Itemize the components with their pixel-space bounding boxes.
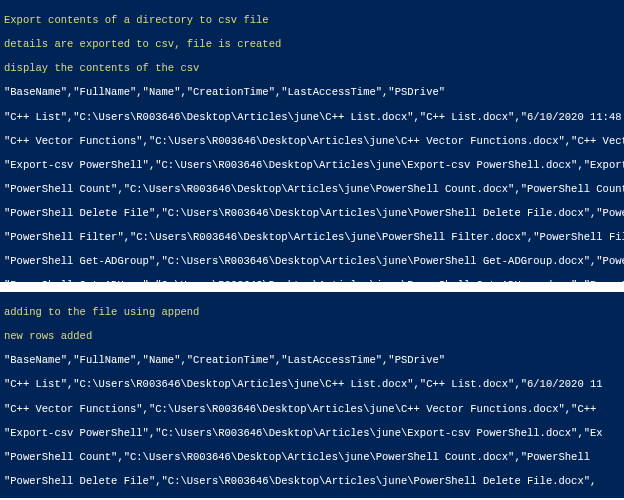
csv-header: "BaseName","FullName","Name","CreationTi…	[4, 86, 620, 98]
powershell-terminal-bottom: adding to the file using append new rows…	[0, 292, 624, 498]
csv-row: "C++ Vector Functions","C:\Users\R003646…	[4, 135, 620, 147]
csv-header: "BaseName","FullName","Name","CreationTi…	[4, 354, 620, 366]
status-line: Export contents of a directory to csv fi…	[4, 14, 620, 26]
csv-row: "PowerShell Get-ADGroup","C:\Users\R0036…	[4, 255, 620, 267]
status-line: details are exported to csv, file is cre…	[4, 38, 620, 50]
csv-row: "PowerShell Get-ADUser","C:\Users\R00364…	[4, 279, 620, 282]
status-line: new rows added	[4, 330, 620, 342]
csv-row: "Export-csv PowerShell","C:\Users\R00364…	[4, 159, 620, 171]
csv-row: "PowerShell Delete File","C:\Users\R0036…	[4, 207, 620, 219]
status-line: adding to the file using append	[4, 306, 620, 318]
csv-row: "C++ Vector Functions","C:\Users\R003646…	[4, 403, 620, 415]
status-line: display the contents of the csv	[4, 62, 620, 74]
csv-row: "C++ List","C:\Users\R003646\Desktop\Art…	[4, 378, 620, 390]
csv-row: "C++ List","C:\Users\R003646\Desktop\Art…	[4, 111, 620, 123]
csv-row: "PowerShell Count","C:\Users\R003646\Des…	[4, 451, 620, 463]
csv-row: "PowerShell Filter","C:\Users\R003646\De…	[4, 231, 620, 243]
csv-row: "PowerShell Delete File","C:\Users\R0036…	[4, 475, 620, 487]
csv-row: "Export-csv PowerShell","C:\Users\R00364…	[4, 427, 620, 439]
powershell-terminal-top: Export contents of a directory to csv fi…	[0, 0, 624, 282]
csv-row: "PowerShell Count","C:\Users\R003646\Des…	[4, 183, 620, 195]
